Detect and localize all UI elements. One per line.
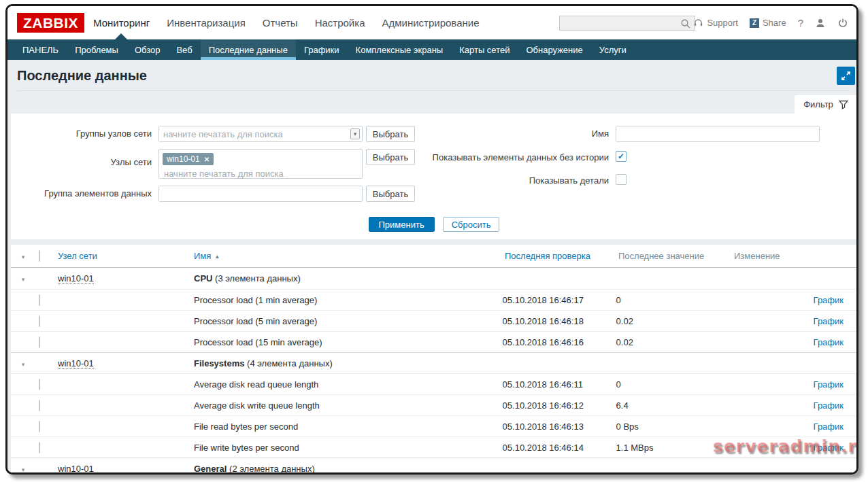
item-group-label: Группа элементов данных [11, 188, 152, 199]
group-row: ▼ win10-01 CPU (3 элемента данных) [11, 268, 857, 289]
show-details-label: Показывать детали [405, 175, 609, 186]
filter-buttons: Применить Сбросить [11, 217, 857, 232]
top-menu-item[interactable]: Мониторинг [93, 17, 150, 29]
column-header-last-check[interactable]: Последняя проверка [505, 251, 618, 261]
graph-link[interactable]: График [814, 400, 844, 411]
item-name: Processor load (15 min average) [194, 337, 503, 347]
item-row: File write bytes per second 05.10.2018 1… [11, 436, 857, 458]
group-row: ▼ win10-01 General (2 элемента данных) [11, 458, 857, 475]
item-checkbox[interactable] [39, 421, 40, 432]
graph-link[interactable]: График [814, 443, 844, 453]
user-icon [815, 18, 826, 29]
item-last-check: 05.10.2018 16:46:13 [503, 421, 616, 432]
top-menu-item[interactable]: Отчеты [263, 17, 298, 29]
item-name: Processor load (5 min average) [194, 316, 503, 326]
item-row: File read bytes per second 05.10.2018 16… [11, 415, 857, 436]
apply-button[interactable]: Применить [369, 217, 435, 232]
sub-menu-item[interactable]: Последние данные [201, 39, 296, 60]
host-link[interactable]: win10-01 [58, 273, 94, 284]
app-window: ZABBIX МониторингИнвентаризацияОтчетыНас… [5, 4, 858, 475]
item-checkbox[interactable] [39, 294, 40, 306]
host-chip: win10-01 [163, 153, 214, 165]
column-header-name[interactable]: Имя [194, 251, 220, 261]
collapse-group-icon[interactable]: ▼ [20, 362, 26, 368]
group-count: (3 элемента данных) [215, 273, 301, 283]
item-checkbox[interactable] [39, 337, 40, 348]
graph-link[interactable]: График [814, 337, 844, 347]
top-menu-item[interactable]: Инвентаризация [167, 17, 246, 29]
item-last-check: 05.10.2018 16:46:14 [503, 443, 616, 453]
collapse-all-icon[interactable]: ▼ [20, 254, 26, 260]
funnel-icon [839, 100, 848, 109]
name-filter-input[interactable] [616, 126, 820, 142]
reset-button[interactable]: Сбросить [443, 217, 500, 232]
sub-menu-item[interactable]: Проблемы [67, 39, 127, 60]
graph-link[interactable]: График [814, 379, 844, 390]
select-all-checkbox[interactable] [39, 250, 40, 262]
support-label: Support [707, 18, 738, 28]
item-group-select-button[interactable]: Выбрать [366, 186, 415, 202]
top-menu-item[interactable]: Администрирование [382, 17, 479, 29]
item-last-check: 05.10.2018 16:46:12 [503, 400, 616, 411]
item-name: File read bytes per second [194, 421, 503, 432]
sub-menu-item[interactable]: Обнаружение [518, 39, 590, 60]
host-link[interactable]: win10-01 [58, 464, 94, 475]
collapse-group-icon[interactable]: ▼ [20, 277, 26, 283]
item-checkbox[interactable] [39, 400, 40, 411]
host-link[interactable]: win10-01 [58, 358, 94, 369]
logout-button[interactable] [837, 18, 848, 29]
group-count: (4 элемента данных) [247, 358, 333, 368]
share-link[interactable]: Z Share [750, 18, 786, 28]
support-link[interactable]: Support [693, 18, 738, 28]
kiosk-expand-button[interactable] [837, 67, 855, 85]
item-group-input[interactable] [158, 186, 363, 202]
sub-menu-item[interactable]: Услуги [591, 39, 635, 60]
group-row: ▼ win10-01 Filesystems (4 элемента данны… [11, 352, 857, 373]
page-title: Последние данные [17, 68, 147, 84]
multiselect-expand-icon[interactable]: ▾ [350, 128, 360, 139]
top-menu-item[interactable]: Настройка [315, 17, 365, 29]
table-body: ▼ win10-01 CPU (3 элемента данных) Proce… [11, 268, 857, 475]
sub-menu-item[interactable]: Карты сетей [451, 39, 518, 60]
expand-arrows-icon [841, 71, 851, 81]
item-name: Processor load (1 min average) [194, 295, 503, 305]
host-groups-input[interactable] [158, 126, 363, 142]
column-header-host[interactable]: Узел сети [58, 251, 194, 261]
chip-remove-icon[interactable] [204, 156, 210, 163]
power-icon [837, 18, 848, 29]
item-last-value: 0.02 [616, 337, 732, 347]
title-divider [17, 90, 849, 91]
screenshot-canvas: ZABBIX МониторингИнвентаризацияОтчетыНас… [0, 0, 868, 482]
hosts-multiselect[interactable]: win10-01 начните печатать для поиска [158, 149, 363, 179]
show-without-history-checkbox[interactable] [616, 151, 627, 162]
show-details-checkbox[interactable] [616, 174, 627, 185]
search-input[interactable] [559, 16, 695, 31]
sub-menu-item[interactable]: Веб [168, 39, 200, 60]
graph-link[interactable]: График [814, 316, 844, 326]
sub-menu-item[interactable]: Графики [296, 39, 348, 60]
group-name: Filesystems [194, 358, 244, 368]
latest-data-table: ▼ Узел сети Имя Последняя проверка После… [11, 245, 857, 472]
graph-link[interactable]: График [814, 295, 844, 305]
filter-tab[interactable]: Фильтр [795, 95, 857, 114]
profile-button[interactable] [815, 18, 826, 29]
item-row: Processor load (1 min average) 05.10.201… [11, 289, 857, 310]
show-without-history-label: Показывать элементы данных без истории [405, 152, 609, 162]
item-row: Processor load (5 min average) 05.10.201… [11, 310, 857, 331]
help-button[interactable]: ? [798, 17, 803, 29]
item-checkbox[interactable] [39, 379, 40, 390]
share-z-icon: Z [750, 18, 759, 28]
collapse-group-icon[interactable]: ▼ [20, 467, 26, 473]
sub-menu-item[interactable]: Обзор [127, 39, 169, 60]
hosts-placeholder: начните печатать для поиска [163, 169, 358, 179]
table-header-row: ▼ Узел сети Имя Последняя проверка После… [11, 245, 857, 268]
item-checkbox[interactable] [39, 442, 40, 453]
column-header-change: Изменение [734, 251, 816, 261]
column-header-last-value: Последнее значение [618, 251, 734, 261]
top-menu: МониторингИнвентаризацияОтчетыНастройкаА… [93, 6, 497, 39]
item-checkbox[interactable] [39, 315, 40, 327]
top-header: ZABBIX МониторингИнвентаризацияОтчетыНас… [7, 6, 856, 39]
graph-link[interactable]: График [814, 421, 844, 432]
sub-menu-item[interactable]: ПАНЕЛЬ [14, 39, 67, 60]
sub-menu-item[interactable]: Комплексные экраны [348, 39, 452, 60]
